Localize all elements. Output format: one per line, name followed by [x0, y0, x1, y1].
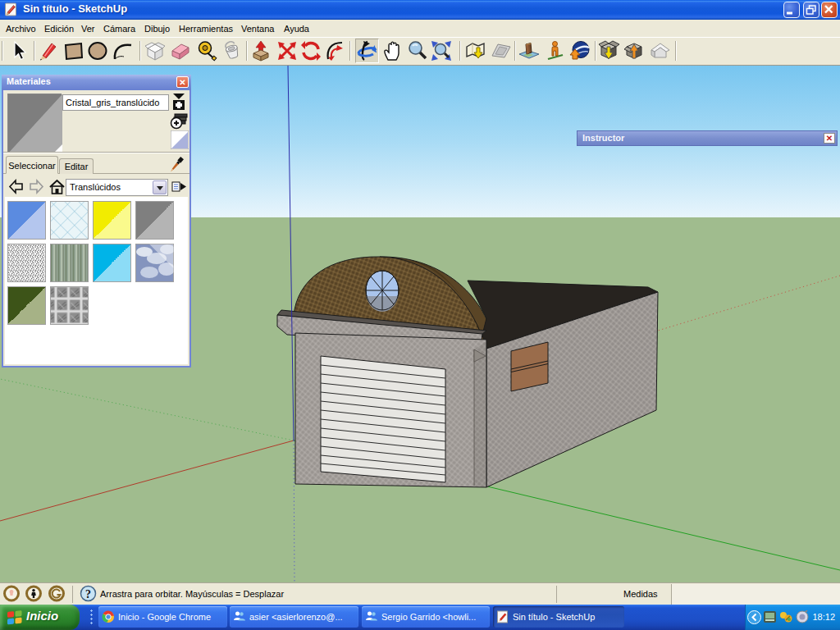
svg-text:?: ?	[85, 588, 91, 600]
